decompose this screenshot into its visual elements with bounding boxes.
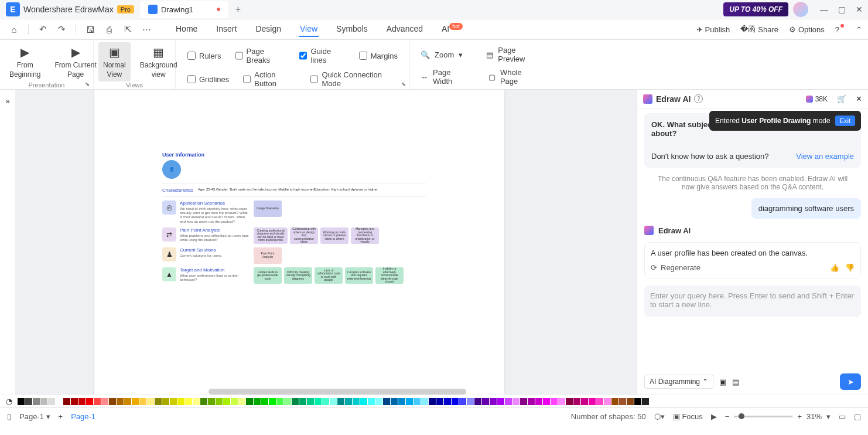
gridlines-checkbox[interactable]: Gridlines xyxy=(187,70,229,88)
color-swatch[interactable] xyxy=(101,398,108,405)
card[interactable]: Lack of collaboration tools to work with… xyxy=(315,267,343,284)
print-icon[interactable]: ⎙ xyxy=(101,21,117,38)
promo-banner[interactable]: UP TO 40% OFF xyxy=(723,2,788,16)
share-button[interactable]: �函Share xyxy=(740,24,778,35)
regenerate-button[interactable]: Regenerate xyxy=(661,263,700,272)
expand-panel-icon[interactable]: » xyxy=(5,97,9,106)
color-swatch[interactable] xyxy=(261,398,268,405)
zoom-slider[interactable] xyxy=(734,416,792,417)
card[interactable]: Difficulty creating visually compelling … xyxy=(284,267,312,284)
eyedropper-icon[interactable]: ◔ xyxy=(6,397,12,406)
color-swatch[interactable] xyxy=(368,398,375,405)
card[interactable]: Usage Scenarios xyxy=(254,200,282,217)
color-swatch[interactable] xyxy=(246,398,253,405)
color-swatch[interactable] xyxy=(573,398,580,405)
play-icon[interactable]: ▶ xyxy=(711,412,717,421)
color-swatch[interactable] xyxy=(391,398,398,405)
color-swatch[interactable] xyxy=(78,398,86,405)
export-icon[interactable]: ⇱ xyxy=(119,21,136,38)
color-swatch[interactable] xyxy=(490,398,497,405)
color-swatch[interactable] xyxy=(132,398,139,405)
color-swatch[interactable] xyxy=(467,398,474,405)
save-icon[interactable]: 🖫 xyxy=(82,21,98,38)
thumbs-down-icon[interactable]: 👎 xyxy=(845,263,855,272)
color-swatch[interactable] xyxy=(299,398,306,405)
color-swatch[interactable] xyxy=(315,398,322,405)
zoom-out-button[interactable]: − xyxy=(725,412,730,421)
collapse-ribbon-icon[interactable]: ⌃ xyxy=(856,25,862,34)
color-swatch[interactable] xyxy=(528,398,535,405)
color-swatch[interactable] xyxy=(474,398,481,405)
color-swatch[interactable] xyxy=(543,398,550,405)
fit-width-icon[interactable]: ▭ xyxy=(839,412,846,421)
card[interactable]: Complex software that requires extensive… xyxy=(345,267,373,284)
card[interactable]: Managing and processing flowcharts or or… xyxy=(351,227,379,244)
menu-view[interactable]: View xyxy=(299,22,319,37)
whole-page-button[interactable]: ▢Whole Page xyxy=(488,68,534,86)
color-swatch[interactable] xyxy=(383,398,390,405)
color-swatch[interactable] xyxy=(18,398,25,405)
color-swatch[interactable] xyxy=(581,398,588,405)
color-swatch[interactable] xyxy=(155,398,162,405)
canvas[interactable]: User Information 👤 Characteristics Age: … xyxy=(15,90,637,395)
color-swatch[interactable] xyxy=(170,398,177,405)
color-swatch[interactable] xyxy=(596,398,603,405)
color-swatch[interactable] xyxy=(337,398,344,405)
card[interactable]: Working on multi-canvas or present ideas… xyxy=(320,227,348,244)
color-swatch[interactable] xyxy=(619,398,626,405)
color-swatch[interactable] xyxy=(56,398,63,405)
page-width-button[interactable]: ↔Page Width xyxy=(421,68,465,86)
color-swatch[interactable] xyxy=(345,398,352,405)
send-button[interactable]: ➤ xyxy=(840,373,861,390)
color-swatch[interactable] xyxy=(520,398,527,405)
redo-icon[interactable]: ↷ xyxy=(53,21,70,38)
cart-icon[interactable]: 🛒 xyxy=(837,94,846,103)
color-swatch[interactable] xyxy=(414,398,421,405)
color-swatch[interactable] xyxy=(551,398,558,405)
zoom-level[interactable]: 31% xyxy=(807,412,822,421)
rulers-checkbox[interactable]: Rulers xyxy=(187,47,221,64)
color-swatch[interactable] xyxy=(505,398,512,405)
color-swatch[interactable] xyxy=(269,398,276,405)
color-swatch[interactable] xyxy=(124,398,131,405)
page-tab[interactable]: Page-1 xyxy=(71,412,95,421)
color-swatch[interactable] xyxy=(611,398,618,405)
card[interactable]: Limited skills to get professional tools xyxy=(254,267,282,284)
color-swatch[interactable] xyxy=(40,398,47,405)
maximize-button[interactable]: ▢ xyxy=(833,1,850,18)
close-panel-icon[interactable]: ✕ xyxy=(856,94,862,103)
color-swatch[interactable] xyxy=(86,398,93,405)
ai-query-input[interactable]: Enter your query here. Press Enter to se… xyxy=(644,286,861,317)
color-swatch[interactable] xyxy=(276,398,283,405)
page-preview-button[interactable]: ▤Page Preview xyxy=(486,46,534,63)
color-swatch[interactable] xyxy=(117,398,124,405)
color-swatch[interactable] xyxy=(231,398,238,405)
ai-mode-select[interactable]: AI Diagramming ⌃ xyxy=(644,375,713,389)
attach-icon[interactable]: ▣ xyxy=(719,378,726,386)
dialog-launcher-icon[interactable]: ⬊ xyxy=(85,81,90,87)
color-swatch[interactable] xyxy=(216,398,223,405)
undo-icon[interactable]: ↶ xyxy=(35,21,51,38)
exit-mode-button[interactable]: Exit xyxy=(835,115,855,126)
color-swatch[interactable] xyxy=(223,398,230,405)
color-swatch[interactable] xyxy=(162,398,169,405)
minimize-button[interactable]: — xyxy=(815,1,833,18)
color-swatch[interactable] xyxy=(193,398,200,405)
color-swatch[interactable] xyxy=(322,398,329,405)
color-swatch[interactable] xyxy=(497,398,504,405)
color-swatch[interactable] xyxy=(634,398,641,405)
color-swatch[interactable] xyxy=(436,398,443,405)
background-view-button[interactable]: ▦Background view xyxy=(135,42,182,81)
color-swatch[interactable] xyxy=(33,398,40,405)
page-layout-icon[interactable]: ▯ xyxy=(7,412,11,421)
page-breaks-checkbox[interactable]: Page Breaks xyxy=(235,47,286,64)
page-select[interactable]: Page-1 ▾ xyxy=(19,412,50,421)
help-icon[interactable]: ? xyxy=(694,94,703,103)
action-button-checkbox[interactable]: Action Button xyxy=(243,70,296,88)
color-swatch[interactable] xyxy=(109,398,116,405)
color-swatch[interactable] xyxy=(208,398,215,405)
add-page-button[interactable]: + xyxy=(59,412,63,421)
menu-advanced[interactable]: Advanced xyxy=(385,22,424,37)
horizontal-scrollbar[interactable] xyxy=(209,389,466,395)
regenerate-icon[interactable]: ⟳ xyxy=(651,263,657,272)
